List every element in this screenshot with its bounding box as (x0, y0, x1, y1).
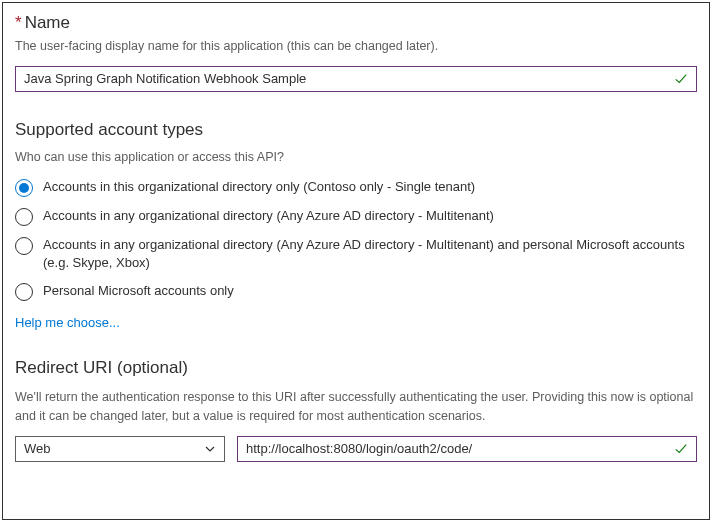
radio-personal-only[interactable]: Personal Microsoft accounts only (15, 282, 697, 301)
radio-label: Accounts in any organizational directory… (43, 207, 494, 225)
radio-icon (15, 208, 33, 226)
radio-multitenant-personal[interactable]: Accounts in any organizational directory… (15, 236, 697, 272)
registration-form: *Name The user-facing display name for t… (2, 2, 710, 520)
radio-icon (15, 179, 33, 197)
name-section: *Name The user-facing display name for t… (15, 13, 697, 92)
chevron-down-icon (204, 443, 216, 455)
radio-icon (15, 283, 33, 301)
redirect-uri-section: Redirect URI (optional) We'll return the… (15, 358, 697, 462)
platform-select[interactable]: Web (15, 436, 225, 462)
radio-single-tenant[interactable]: Accounts in this organizational director… (15, 178, 697, 197)
radio-label: Accounts in any organizational directory… (43, 236, 697, 272)
account-types-question: Who can use this application or access t… (15, 150, 697, 164)
name-label: *Name (15, 13, 697, 33)
radio-label: Personal Microsoft accounts only (43, 282, 234, 300)
checkmark-icon (674, 442, 688, 456)
checkmark-icon (674, 72, 688, 86)
name-help-text: The user-facing display name for this ap… (15, 37, 697, 56)
name-label-text: Name (25, 13, 70, 32)
redirect-uri-help: We'll return the authentication response… (15, 388, 697, 426)
account-types-heading: Supported account types (15, 120, 697, 140)
name-input[interactable] (24, 71, 664, 86)
redirect-uri-input-wrapper (237, 436, 697, 462)
help-me-choose-link[interactable]: Help me choose... (15, 315, 120, 330)
radio-icon (15, 237, 33, 255)
name-input-wrapper (15, 66, 697, 92)
redirect-uri-row: Web (15, 436, 697, 462)
redirect-uri-input[interactable] (246, 441, 664, 456)
account-types-section: Supported account types Who can use this… (15, 120, 697, 330)
platform-select-value: Web (24, 441, 51, 456)
required-asterisk: * (15, 13, 22, 32)
radio-label: Accounts in this organizational director… (43, 178, 475, 196)
radio-multitenant[interactable]: Accounts in any organizational directory… (15, 207, 697, 226)
redirect-uri-heading: Redirect URI (optional) (15, 358, 697, 378)
